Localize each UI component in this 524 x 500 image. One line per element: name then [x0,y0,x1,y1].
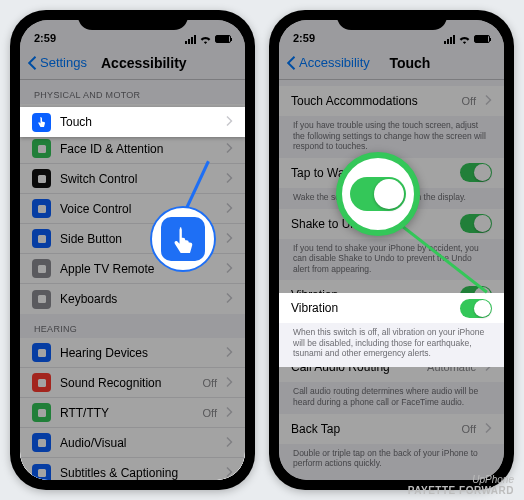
status-time: 2:59 [293,32,315,44]
item-label: Side Button [60,232,217,246]
svg-rect-6 [38,295,46,303]
item-label: Voice Control [60,202,217,216]
side-icon [32,229,51,248]
notch [337,10,447,30]
section-header: HEARING [20,314,245,338]
nav-bar: Accessibility Touch [279,46,504,80]
phone-left: 2:59 Settings Accessibility PHYSICAL AND… [10,10,255,490]
item-label: Back Tap [291,422,453,436]
nav-bar: Settings Accessibility [20,46,245,80]
remote-icon [32,259,51,278]
status-indicators [185,34,231,44]
rtt-icon [32,403,51,422]
vibration-row-highlighted[interactable]: Vibration [279,293,504,323]
svg-rect-4 [38,235,46,243]
item-label: Keyboards [60,292,217,306]
item-value: Off [462,423,476,435]
phone-right: 2:59 Accessibility Touch Touch Accommoda… [269,10,514,490]
chevron-right-icon [226,466,233,480]
chevron-right-icon [226,202,233,216]
list-item[interactable]: Switch Control [20,164,245,194]
svg-rect-7 [38,349,46,357]
list-item[interactable]: Face ID & Attention [20,134,245,164]
page-title: Touch [322,55,498,71]
svg-rect-1 [38,145,46,153]
list-item[interactable]: Side Button [20,224,245,254]
vibration-toggle[interactable] [460,299,492,318]
wifi-icon [458,34,471,44]
item-value: Off [203,407,217,419]
switch-icon [32,169,51,188]
list-item[interactable]: RTT/TTYOff [20,398,245,428]
list-item[interactable]: Audio/Visual [20,428,245,458]
list-item[interactable]: Touch AccommodationsOff [279,86,504,116]
ear-icon [32,343,51,362]
keyboard-icon [32,290,51,309]
touch-icon [32,113,51,132]
section-header: PHYSICAL AND MOTOR [20,80,245,104]
chevron-right-icon [485,94,492,108]
sound-icon [32,373,51,392]
tutorial-image: 2:59 Settings Accessibility PHYSICAL AND… [0,0,524,490]
settings-list[interactable]: PHYSICAL AND MOTORTouchFace ID & Attenti… [20,80,245,480]
list-item[interactable]: Sound RecognitionOff [20,368,245,398]
chevron-right-icon [226,346,233,360]
chevron-right-icon [226,292,233,306]
chevron-right-icon [226,262,233,276]
item-label: Hearing Devices [60,346,217,360]
svg-rect-11 [38,469,46,477]
item-label: Switch Control [60,172,217,186]
faceid-icon [32,139,51,158]
svg-rect-10 [38,439,46,447]
svg-rect-3 [38,205,46,213]
chevron-right-icon [226,172,233,186]
list-item[interactable]: Tap to Wake [279,158,504,188]
touch-row-highlighted[interactable]: Touch [20,107,245,137]
item-value: Off [203,377,217,389]
vibration-footer-highlighted: When this switch is off, all vibration o… [279,323,504,367]
av-icon [32,433,51,452]
list-item[interactable]: Hearing Devices [20,338,245,368]
section-footer: Wake the screen when you tap on the disp… [279,188,504,209]
list-item[interactable]: Shake to Undo [279,209,504,239]
item-label: Face ID & Attention [60,142,217,156]
list-item[interactable]: Back TapOff [279,414,504,444]
watermark: UpPhone PAYETTE FORWARD [408,474,514,496]
svg-rect-5 [38,265,46,273]
chevron-right-icon [226,436,233,450]
notch [78,10,188,30]
toggle[interactable] [460,214,492,233]
item-label: Audio/Visual [60,436,217,450]
item-label: Subtitles & Captioning [60,466,217,480]
signal-icon [444,35,455,44]
svg-rect-2 [38,175,46,183]
battery-icon [474,35,490,43]
chevron-right-icon [226,142,233,156]
item-value: Off [462,95,476,107]
item-label: RTT/TTY [60,406,194,420]
list-item[interactable]: Apple TV Remote [20,254,245,284]
screen-left: 2:59 Settings Accessibility PHYSICAL AND… [20,20,245,480]
section-footer: If you have trouble using the touch scre… [279,116,504,158]
svg-rect-9 [38,409,46,417]
list-item[interactable]: Keyboards [20,284,245,314]
item-label: Sound Recognition [60,376,194,390]
chevron-right-icon [226,115,233,129]
item-label: Apple TV Remote [60,262,217,276]
svg-rect-8 [38,379,46,387]
status-indicators [444,34,490,44]
section-footer: Call audio routing determines where audi… [279,382,504,413]
touch-settings-list[interactable]: Touch AccommodationsOffIf you have troub… [279,80,504,480]
toggle[interactable] [460,163,492,182]
cc-icon [32,464,51,481]
signal-icon [185,35,196,44]
chevron-right-icon [226,376,233,390]
list-item[interactable]: Subtitles & Captioning [20,458,245,480]
chevron-right-icon [485,422,492,436]
back-button[interactable]: Settings [26,55,87,70]
page-title: Accessibility [87,55,187,71]
touch-label: Touch [60,115,217,129]
list-item[interactable]: Voice Control [20,194,245,224]
item-label: Touch Accommodations [291,94,453,108]
item-label: Shake to Undo [291,217,451,231]
